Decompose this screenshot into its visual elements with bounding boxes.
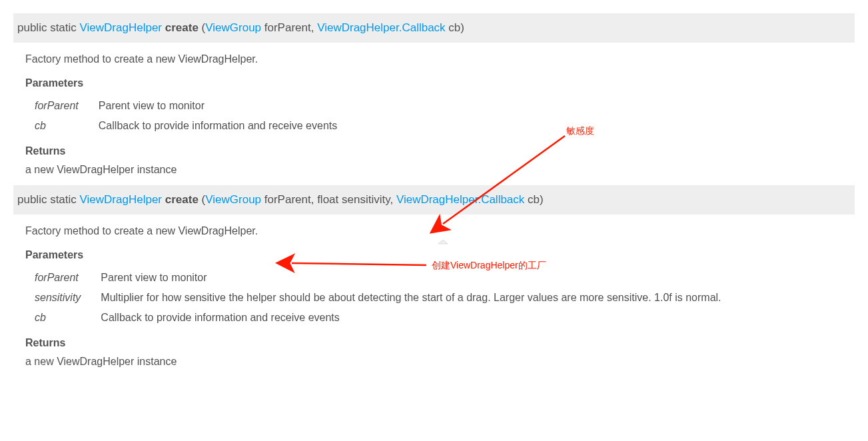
sig-return-type-link[interactable]: ViewDragHelper bbox=[80, 193, 162, 206]
method-body: Factory method to create a new ViewDragH… bbox=[13, 225, 855, 368]
params-heading: Parameters bbox=[25, 77, 855, 89]
param-desc: Callback to provide information and rece… bbox=[99, 116, 345, 136]
sig-prefix: public static bbox=[17, 193, 80, 206]
param-desc: Multiplier for how sensitive the helper … bbox=[101, 288, 729, 308]
table-row: forParent Parent view to monitor bbox=[35, 268, 729, 288]
params-table: forParent Parent view to monitor sensiti… bbox=[35, 268, 729, 328]
sig-open-paren: ( bbox=[199, 21, 205, 34]
method-block: public static ViewDragHelper create (Vie… bbox=[13, 185, 855, 368]
method-signature: public static ViewDragHelper create (Vie… bbox=[13, 185, 855, 215]
param-name: forParent bbox=[35, 268, 101, 288]
sig-param-type-link[interactable]: ViewDragHelper.Callback bbox=[317, 21, 445, 34]
param-name: sensitivity bbox=[35, 288, 101, 308]
param-name: cb bbox=[35, 308, 101, 328]
params-table: forParent Parent view to monitor cb Call… bbox=[35, 96, 345, 136]
param-name: forParent bbox=[35, 96, 99, 116]
table-row: forParent Parent view to monitor bbox=[35, 96, 345, 116]
sig-method-name: create bbox=[165, 193, 199, 206]
method-block: public static ViewDragHelper create (Vie… bbox=[13, 13, 855, 176]
table-row: sensitivity Multiplier for how sensitive… bbox=[35, 288, 729, 308]
sig-param-type-link[interactable]: ViewDragHelper.Callback bbox=[396, 193, 524, 206]
params-heading: Parameters bbox=[25, 249, 855, 261]
returns-text: a new ViewDragHelper instance bbox=[25, 164, 855, 176]
table-row: cb Callback to provide information and r… bbox=[35, 116, 345, 136]
returns-heading: Returns bbox=[25, 145, 855, 157]
returns-text: a new ViewDragHelper instance bbox=[25, 356, 855, 368]
sig-return-type-link[interactable]: ViewDragHelper bbox=[80, 21, 162, 34]
sig-method-name: create bbox=[165, 21, 199, 34]
sig-open-paren: ( bbox=[199, 193, 205, 206]
sig-param-text: forParent, bbox=[261, 21, 317, 34]
sig-param-type-link[interactable]: ViewGroup bbox=[205, 193, 261, 206]
table-row: cb Callback to provide information and r… bbox=[35, 308, 729, 328]
method-description: Factory method to create a new ViewDragH… bbox=[25, 53, 855, 65]
param-name: cb bbox=[35, 116, 99, 136]
sig-param-text: cb) bbox=[446, 21, 464, 34]
method-description: Factory method to create a new ViewDragH… bbox=[25, 225, 855, 237]
sig-param-type-link[interactable]: ViewGroup bbox=[205, 21, 261, 34]
sig-param-text: forParent, float sensitivity, bbox=[261, 193, 396, 206]
method-signature: public static ViewDragHelper create (Vie… bbox=[13, 13, 855, 43]
param-desc: Callback to provide information and rece… bbox=[101, 308, 729, 328]
param-desc: Parent view to monitor bbox=[99, 96, 345, 116]
sig-prefix: public static bbox=[17, 21, 80, 34]
returns-heading: Returns bbox=[25, 337, 855, 349]
param-desc: Parent view to monitor bbox=[101, 268, 729, 288]
method-body: Factory method to create a new ViewDragH… bbox=[13, 53, 855, 176]
sig-param-text: cb) bbox=[524, 193, 543, 206]
